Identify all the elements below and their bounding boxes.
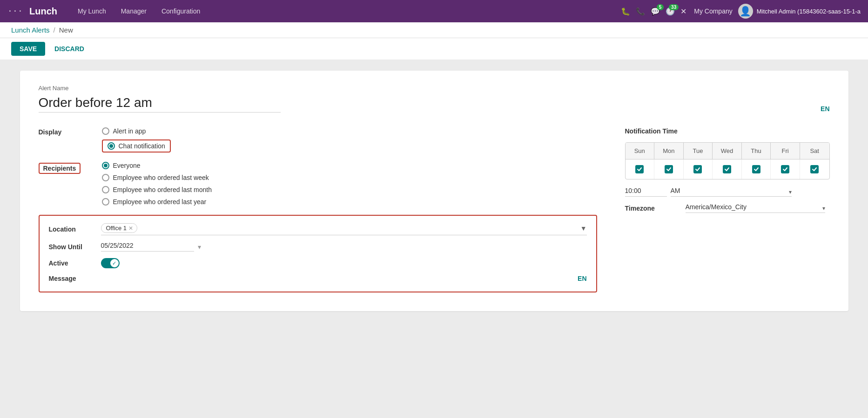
radio-last-year[interactable] bbox=[102, 198, 109, 206]
day-check-fri[interactable] bbox=[771, 159, 800, 179]
time-row: AM PM ▾ bbox=[625, 187, 830, 197]
day-checkbox-mon[interactable] bbox=[665, 165, 673, 173]
breadcrumb-parent[interactable]: Lunch Alerts bbox=[11, 26, 50, 34]
recipient-everyone[interactable]: Everyone bbox=[102, 162, 212, 169]
time-input[interactable] bbox=[625, 187, 667, 197]
avatar: 👤 bbox=[738, 4, 753, 19]
top-menu: My Lunch Manager Configuration bbox=[71, 5, 621, 18]
recipients-field-row: Recipients Everyone Employee who ordered… bbox=[39, 162, 597, 206]
day-header-sat: Sat bbox=[800, 143, 829, 159]
radio-last-week[interactable] bbox=[102, 174, 109, 181]
radio-last-month[interactable] bbox=[102, 186, 109, 193]
alert-name-label: Alert Name bbox=[39, 85, 281, 92]
toolbar: SAVE DISCARD bbox=[0, 38, 868, 60]
alert-name-lang-badge[interactable]: EN bbox=[821, 105, 829, 113]
show-until-label: Show Until bbox=[49, 243, 95, 251]
recipient-last-month[interactable]: Employee who ordered last month bbox=[102, 186, 212, 193]
menu-my-lunch[interactable]: My Lunch bbox=[71, 5, 113, 18]
recipients-options: Everyone Employee who ordered last week … bbox=[102, 162, 212, 206]
toggle-knob: ✓ bbox=[110, 259, 119, 267]
day-checkbox-thu[interactable] bbox=[752, 165, 760, 173]
menu-manager[interactable]: Manager bbox=[114, 5, 153, 18]
save-button[interactable]: SAVE bbox=[11, 42, 45, 56]
message-label: Message bbox=[49, 275, 95, 282]
app-logo[interactable]: Lunch bbox=[29, 6, 57, 17]
message-field-row: Message EN bbox=[49, 275, 587, 282]
display-option-alert-in-app-label: Alert in app bbox=[113, 127, 146, 135]
show-until-value: ▾ bbox=[101, 242, 587, 252]
location-section: Location Office 1 ✕ ▼ bbox=[39, 215, 597, 292]
location-tag-remove[interactable]: ✕ bbox=[128, 225, 133, 232]
close-icon[interactable]: ✕ bbox=[680, 7, 686, 16]
date-row: ▾ bbox=[101, 242, 587, 252]
chat-icon[interactable]: 💬 5 bbox=[651, 7, 660, 16]
radio-chat-notification[interactable] bbox=[108, 142, 115, 150]
display-option-alert-in-app[interactable]: Alert in app bbox=[102, 127, 171, 135]
day-header-mon: Mon bbox=[654, 143, 684, 159]
phone-icon[interactable]: 📞 bbox=[636, 7, 645, 16]
day-check-mon[interactable] bbox=[654, 159, 684, 179]
timezone-label: Timezone bbox=[625, 205, 686, 212]
clock-badge: 33 bbox=[669, 4, 679, 10]
day-checkbox-fri[interactable] bbox=[781, 165, 789, 173]
day-checkbox-wed[interactable] bbox=[723, 165, 731, 173]
discard-button[interactable]: DISCARD bbox=[51, 42, 88, 56]
alert-name-section: Alert Name EN bbox=[39, 85, 830, 113]
location-value[interactable]: Office 1 ✕ ▼ bbox=[101, 223, 587, 235]
ampm-select[interactable]: AM PM bbox=[671, 187, 792, 197]
location-dropdown-icon[interactable]: ▼ bbox=[580, 225, 587, 232]
notification-time-label: Notification Time bbox=[625, 127, 830, 135]
location-tag-input[interactable]: Office 1 ✕ ▼ bbox=[101, 223, 587, 235]
form-card: Alert Name EN Display Alert in app bbox=[20, 71, 848, 311]
day-check-sat[interactable] bbox=[800, 159, 829, 179]
company-name[interactable]: My Company bbox=[694, 7, 732, 15]
chat-badge: 5 bbox=[657, 4, 664, 10]
ampm-select-wrapper: AM PM ▾ bbox=[667, 187, 792, 197]
day-checkbox-sat[interactable] bbox=[810, 165, 819, 173]
day-check-wed[interactable] bbox=[713, 159, 742, 179]
active-label: Active bbox=[49, 259, 95, 267]
location-field-row: Location Office 1 ✕ ▼ bbox=[49, 223, 587, 235]
breadcrumb: Lunch Alerts / New bbox=[0, 22, 868, 38]
message-lang-badge[interactable]: EN bbox=[578, 275, 586, 282]
radio-alert-in-app[interactable] bbox=[102, 127, 109, 135]
recipient-last-week[interactable]: Employee who ordered last week bbox=[102, 174, 212, 181]
day-checkbox-sun[interactable] bbox=[635, 165, 644, 173]
display-option-chat-notification[interactable]: Chat notification bbox=[102, 139, 171, 153]
day-header-fri: Fri bbox=[771, 143, 800, 159]
clock-icon[interactable]: 🕐 33 bbox=[666, 7, 675, 16]
day-header-sun: Sun bbox=[626, 143, 655, 159]
timezone-select[interactable]: America/Mexico_City bbox=[686, 203, 825, 213]
active-toggle[interactable]: ✓ bbox=[101, 258, 120, 268]
recipient-last-year-label: Employee who ordered last year bbox=[113, 198, 207, 206]
radio-everyone[interactable] bbox=[102, 162, 109, 169]
day-check-sun[interactable] bbox=[626, 159, 655, 179]
menu-configuration[interactable]: Configuration bbox=[155, 5, 207, 18]
alert-name-input[interactable] bbox=[39, 93, 281, 113]
timezone-row: Timezone America/Mexico_City ▾ bbox=[625, 203, 830, 213]
user-menu[interactable]: 👤 Mitchell Admin (15843602-saas-15-1-a bbox=[738, 4, 861, 19]
display-label: Display bbox=[39, 127, 94, 136]
day-check-thu[interactable] bbox=[742, 159, 771, 179]
top-navigation: ⬝⬝⬝ Lunch My Lunch Manager Configuration… bbox=[0, 0, 868, 22]
day-checkbox-tue[interactable] bbox=[693, 165, 702, 173]
grid-icon[interactable]: ⬝⬝⬝ bbox=[7, 7, 23, 16]
recipient-last-week-label: Employee who ordered last week bbox=[113, 174, 209, 181]
day-check-tue[interactable] bbox=[684, 159, 713, 179]
recipient-last-year[interactable]: Employee who ordered last year bbox=[102, 198, 212, 206]
show-until-field-row: Show Until ▾ bbox=[49, 242, 587, 252]
day-grid-header: Sun Mon Tue Wed Thu Fri Sat bbox=[626, 143, 829, 159]
date-caret-icon: ▾ bbox=[198, 243, 201, 251]
timezone-select-wrapper: America/Mexico_City ▾ bbox=[686, 203, 825, 213]
user-name: Mitchell Admin (15843602-saas-15-1-a bbox=[757, 8, 861, 15]
bug-icon[interactable]: 🐛 bbox=[621, 7, 630, 16]
notification-time-section: Notification Time Sun Mon Tue Wed Thu Fr… bbox=[625, 127, 830, 292]
main-content: Alert Name EN Display Alert in app bbox=[0, 60, 868, 418]
recipients-label: Recipients bbox=[39, 163, 81, 174]
recipient-last-month-label: Employee who ordered last month bbox=[113, 186, 212, 193]
location-tag-text: Office 1 bbox=[106, 225, 127, 232]
message-lang-section: EN bbox=[101, 275, 587, 282]
show-until-input[interactable] bbox=[101, 242, 194, 252]
topnav-right-section: 🐛 📞 💬 5 🕐 33 ✕ My Company 👤 Mitchell Adm… bbox=[621, 4, 861, 19]
form-section: Display Alert in app Chat notification bbox=[39, 127, 830, 292]
